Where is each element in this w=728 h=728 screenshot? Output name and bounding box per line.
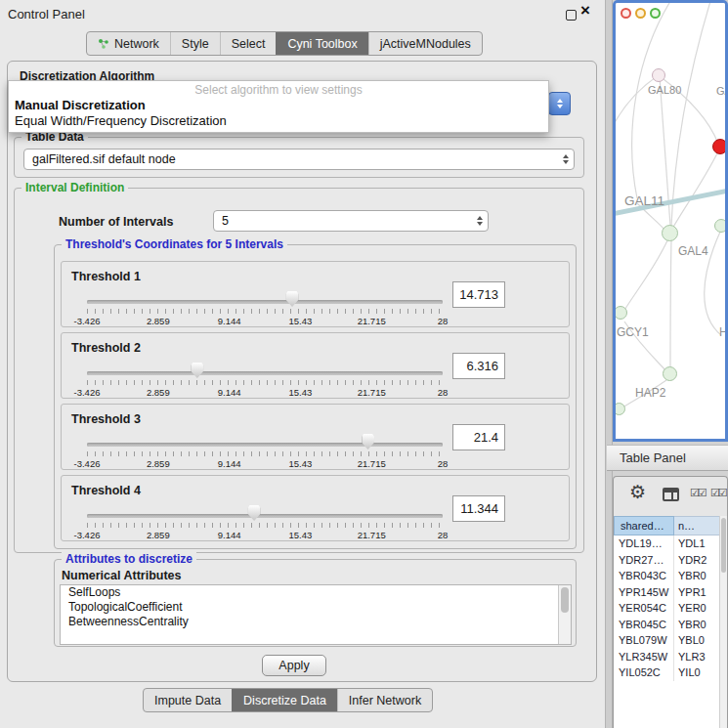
- dropdown-option-manual-discretization[interactable]: Manual Discretization: [9, 98, 548, 113]
- algorithm-combobox-stepper-icon[interactable]: [548, 92, 571, 115]
- cell[interactable]: YBR043C: [614, 568, 674, 584]
- network-node-selected-red[interactable]: [712, 139, 725, 154]
- threshold-4-slider[interactable]: -3.426 2.859 9.144 15.43 21.715 28: [87, 511, 443, 540]
- network-node-label: H: [719, 325, 725, 339]
- threshold-1-label: Threshold 1: [71, 270, 141, 283]
- table-row[interactable]: YER054C YER0: [614, 600, 719, 617]
- cell[interactable]: YPR1: [674, 584, 719, 601]
- table-data-combobox[interactable]: galFiltered.sif default node: [23, 149, 575, 170]
- slider-thumb[interactable]: [286, 291, 299, 307]
- table-row[interactable]: YBR043C YBR0: [614, 568, 719, 584]
- tick-label: 15.43: [289, 458, 313, 469]
- table-row[interactable]: YDL19… YDL1: [614, 535, 719, 552]
- slider-track[interactable]: [87, 371, 443, 375]
- cell[interactable]: YDR2: [674, 552, 719, 569]
- cell[interactable]: YLR345W: [614, 649, 674, 665]
- slider-ticks: [87, 451, 443, 456]
- network-node[interactable]: [714, 219, 725, 233]
- detach-icon[interactable]: [566, 10, 577, 21]
- network-node-gal4[interactable]: [662, 225, 678, 241]
- network-node-label: GCY1: [617, 325, 649, 339]
- attributes-group-label: Attributes to discretize: [62, 552, 196, 566]
- network-node-hap2[interactable]: [663, 366, 677, 381]
- slider-track[interactable]: [87, 514, 443, 518]
- settings-gear-icon[interactable]: ⚙: [629, 483, 646, 502]
- network-node[interactable]: [652, 68, 665, 82]
- slider-track[interactable]: [87, 443, 443, 447]
- list-item[interactable]: TopologicalCoefficient: [61, 600, 571, 615]
- slider-ticks: [87, 309, 443, 314]
- cell[interactable]: YDL1: [674, 535, 719, 552]
- number-of-intervals-combobox[interactable]: 5: [213, 210, 489, 232]
- cell[interactable]: YIL052C: [614, 664, 674, 681]
- close-traffic-light-icon[interactable]: [621, 8, 631, 19]
- table-scrollbar[interactable]: [719, 516, 727, 728]
- slider-thumb[interactable]: [191, 363, 203, 378]
- tab-infer-network[interactable]: Infer Network: [337, 689, 432, 711]
- cell[interactable]: YER0: [674, 600, 719, 617]
- threshold-1-value-input[interactable]: 14.713: [452, 281, 505, 308]
- list-item[interactable]: BetweennessCentrality: [61, 615, 571, 629]
- column-header-shared-name[interactable]: shared…: [614, 516, 674, 535]
- tab-cyni-toolbox[interactable]: Cyni Toolbox: [276, 32, 367, 55]
- scrollbar-thumb[interactable]: [721, 518, 726, 573]
- tick-label: 28: [438, 530, 449, 540]
- column-layout-icon[interactable]: [663, 488, 679, 501]
- threshold-3-value-input[interactable]: 21.4: [452, 424, 505, 450]
- slider-thumb[interactable]: [362, 434, 374, 450]
- threshold-4-value-input[interactable]: 11.344: [452, 495, 505, 522]
- interval-definition-group-label: Interval Definition: [21, 181, 128, 194]
- scrollbar-thumb[interactable]: [561, 587, 569, 613]
- network-view-window: GAL80 GA GAL11 GAL4 GCY1 HAP2 H: [613, 0, 728, 442]
- tab-jactivemnodules[interactable]: jActiveMNodules: [368, 32, 482, 55]
- table-row[interactable]: YPR145W YPR1: [614, 584, 719, 601]
- threshold-2-slider[interactable]: -3.426 2.859 9.144 15.43 21.715 28: [87, 368, 443, 398]
- threshold-1-panel: Threshold 1 -3.426 2.859 9.144 15.43 21.…: [61, 261, 570, 327]
- tick-label: 28: [438, 458, 449, 469]
- table-row[interactable]: YBL079W YBL0: [614, 632, 719, 649]
- tab-impute-data[interactable]: Impute Data: [144, 689, 232, 711]
- zoom-traffic-light-icon[interactable]: [650, 8, 661, 19]
- tab-label: Style: [182, 37, 209, 51]
- slider-thumb[interactable]: [248, 505, 261, 521]
- network-canvas[interactable]: GAL80 GA GAL11 GAL4 GCY1 HAP2 H: [616, 3, 725, 439]
- cell[interactable]: YER054C: [614, 600, 674, 617]
- slider-track[interactable]: [87, 300, 443, 304]
- tab-label: jActiveMNodules: [380, 37, 471, 51]
- cell[interactable]: YIL0: [674, 664, 719, 681]
- tick-label: 21.715: [358, 387, 386, 398]
- list-item[interactable]: SelfLoops: [61, 585, 571, 600]
- cell[interactable]: YBL0: [674, 632, 719, 649]
- threshold-3-slider[interactable]: -3.426 2.859 9.144 15.43 21.715 28: [87, 440, 443, 469]
- list-scrollbar[interactable]: [558, 585, 571, 644]
- table-row[interactable]: YIL052C YIL0: [614, 664, 719, 681]
- tab-discretize-data[interactable]: Discretize Data: [232, 689, 337, 711]
- cell[interactable]: YBR0: [674, 617, 719, 633]
- table-row[interactable]: YLR345W YLR3: [614, 649, 719, 665]
- threshold-1-slider[interactable]: -3.426 2.859 9.144 15.43 21.715 28: [87, 297, 443, 326]
- minimize-traffic-light-icon[interactable]: [635, 8, 646, 19]
- tab-style[interactable]: Style: [170, 32, 220, 55]
- table-panel-window: ⚙ ☑☑ ☑☑ shared… n… YDL19… YDL1 YDR27… YD…: [613, 476, 728, 728]
- panel-divider[interactable]: [606, 0, 613, 728]
- table-row[interactable]: YBR045C YBR0: [614, 617, 719, 633]
- select-all-columns-icon[interactable]: ☑☑: [690, 487, 706, 499]
- cell[interactable]: YDL19…: [614, 535, 674, 552]
- network-node-label: GAL11: [624, 193, 664, 208]
- table-row[interactable]: YDR27… YDR2: [614, 552, 719, 569]
- cell[interactable]: YBR045C: [614, 617, 674, 633]
- apply-button[interactable]: Apply: [262, 655, 326, 676]
- close-icon[interactable]: ×: [580, 1, 590, 21]
- tick-label: -3.426: [74, 316, 101, 326]
- dropdown-option-equal-width-frequency[interactable]: Equal Width/Frequency Discretization: [9, 113, 548, 129]
- cell[interactable]: YDR27…: [614, 552, 674, 569]
- cell[interactable]: YPR145W: [614, 584, 674, 601]
- threshold-2-value-input[interactable]: 6.316: [452, 353, 505, 379]
- cell[interactable]: YLR3: [674, 649, 719, 665]
- select-columns-icon[interactable]: ☑☑: [710, 487, 726, 499]
- cell[interactable]: YBR0: [674, 568, 719, 584]
- tab-network[interactable]: Network: [87, 32, 170, 55]
- cell[interactable]: YBL079W: [614, 632, 674, 649]
- numerical-attributes-list[interactable]: SelfLoops TopologicalCoefficient Between…: [60, 584, 572, 645]
- tab-select[interactable]: Select: [220, 32, 277, 55]
